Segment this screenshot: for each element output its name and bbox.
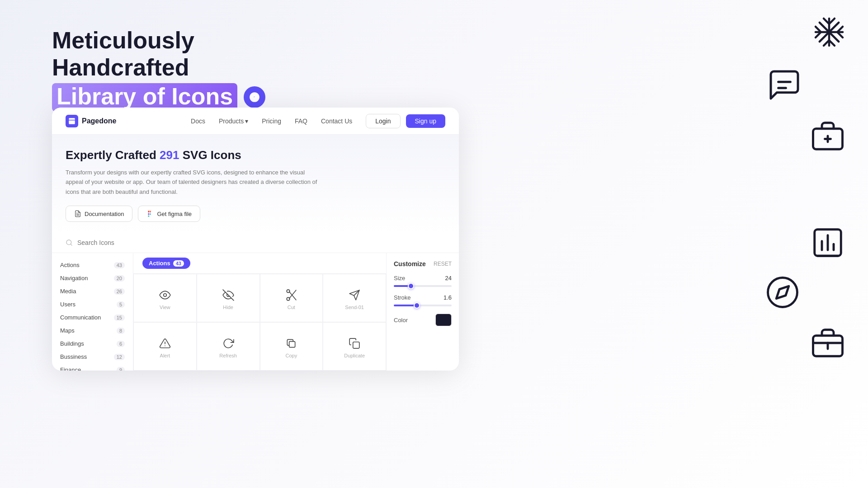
nav-pricing[interactable]: Pricing xyxy=(262,117,281,125)
svg-line-14 xyxy=(289,290,296,298)
nav-docs[interactable]: Docs xyxy=(191,117,205,125)
snowflake-icon xyxy=(813,16,845,48)
hero-section: Meticulously Handcrafted Library of Icon… xyxy=(52,27,323,112)
figma-icon xyxy=(146,210,154,217)
cat-actions[interactable]: Actions 43 xyxy=(52,258,133,272)
stroke-slider[interactable] xyxy=(394,305,452,306)
svg-rect-2 xyxy=(148,211,150,213)
icons-main: Actions 43 Navigation 20 Media 26 Users … xyxy=(52,253,459,371)
cat-media[interactable]: Media 26 xyxy=(52,285,133,298)
color-control: Color xyxy=(394,314,452,326)
stroke-control: Stroke 1.6 xyxy=(394,294,452,306)
verified-badge-icon xyxy=(244,86,265,108)
svg-rect-3 xyxy=(148,213,150,215)
docs-icon xyxy=(74,210,81,217)
icon-view[interactable]: View xyxy=(133,274,197,322)
icons-grid-area: Actions 43 View Hide xyxy=(133,253,387,371)
svg-rect-4 xyxy=(148,216,150,217)
app-hero-description: Transform your designs with our expertly… xyxy=(66,168,319,197)
svg-rect-20 xyxy=(353,342,359,348)
sofa-icon xyxy=(810,118,845,154)
icons-section: Actions 43 Navigation 20 Media 26 Users … xyxy=(52,233,459,371)
svg-point-6 xyxy=(150,213,151,215)
svg-rect-19 xyxy=(289,341,295,347)
navbar: Pagedone Docs Products ▾ Pricing FAQ Con… xyxy=(52,108,459,135)
search-input[interactable] xyxy=(77,239,168,246)
app-hero: Expertly Crafted 291 SVG Icons Transform… xyxy=(52,135,459,233)
customize-panel: Customize RESET Size 24 Stroke xyxy=(387,253,459,371)
nav-contact[interactable]: Contact Us xyxy=(321,117,352,125)
icon-duplicate[interactable]: Duplicate xyxy=(323,322,386,371)
icon-alert[interactable]: Alert xyxy=(133,322,197,371)
logo-icon xyxy=(66,115,78,127)
tab-bar: Actions 43 xyxy=(133,253,386,274)
documentation-button[interactable]: Documentation xyxy=(66,206,132,222)
active-tab[interactable]: Actions 43 xyxy=(142,258,190,269)
icons-grid: View Hide Cut Send-01 xyxy=(133,274,386,371)
color-swatch[interactable] xyxy=(435,314,452,326)
customize-title: Customize xyxy=(394,260,426,267)
app-hero-buttons: Documentation Get figma file xyxy=(66,206,445,222)
size-slider[interactable] xyxy=(394,285,452,287)
cat-communication[interactable]: Communication 15 xyxy=(52,311,133,324)
svg-line-13 xyxy=(289,291,296,300)
cat-maps[interactable]: Maps 8 xyxy=(52,324,133,337)
icon-refresh[interactable]: Refresh xyxy=(197,322,260,371)
hero-title-line1: Meticulously Handcrafted xyxy=(52,27,323,81)
icon-copy[interactable]: Copy xyxy=(260,322,323,371)
cat-buildings[interactable]: Buildings 6 xyxy=(52,337,133,350)
cat-users[interactable]: Users 5 xyxy=(52,298,133,311)
customize-header: Customize RESET xyxy=(394,260,452,267)
cat-bussiness[interactable]: Bussiness 12 xyxy=(52,350,133,363)
svg-line-8 xyxy=(71,244,72,245)
nav-products[interactable]: Products ▾ xyxy=(219,117,248,125)
logo-area: Pagedone xyxy=(66,115,116,127)
cat-finance[interactable]: Finance 9 xyxy=(52,363,133,371)
signup-button[interactable]: Sign up xyxy=(406,114,445,128)
nav-actions: Login Sign up xyxy=(366,114,445,128)
right-decorative-icons xyxy=(669,0,868,488)
categories-sidebar: Actions 43 Navigation 20 Media 26 Users … xyxy=(52,253,133,371)
bar-chart-icon xyxy=(810,225,845,260)
cat-navigation[interactable]: Navigation 20 xyxy=(52,272,133,285)
briefcase-icon xyxy=(810,325,845,361)
icon-send01[interactable]: Send-01 xyxy=(323,274,386,322)
figma-button[interactable]: Get figma file xyxy=(138,206,200,222)
icon-cut[interactable]: Cut xyxy=(260,274,323,322)
message-icon xyxy=(766,67,802,103)
login-button[interactable]: Login xyxy=(366,114,400,128)
search-bar xyxy=(52,233,459,253)
svg-marker-36 xyxy=(776,286,789,299)
svg-point-35 xyxy=(768,278,797,307)
compass-icon xyxy=(765,275,800,310)
nav-faq[interactable]: FAQ xyxy=(295,117,307,125)
search-icon xyxy=(66,239,73,246)
app-window: Pagedone Docs Products ▾ Pricing FAQ Con… xyxy=(52,108,459,371)
reset-button[interactable]: RESET xyxy=(434,261,452,267)
nav-links: Docs Products ▾ Pricing FAQ Contact Us xyxy=(191,117,352,125)
svg-rect-5 xyxy=(150,211,151,213)
icon-hide[interactable]: Hide xyxy=(197,274,260,322)
logo-text: Pagedone xyxy=(82,117,116,125)
size-control: Size 24 xyxy=(394,275,452,287)
app-hero-title: Expertly Crafted 291 SVG Icons xyxy=(66,148,445,162)
svg-point-9 xyxy=(164,294,167,297)
